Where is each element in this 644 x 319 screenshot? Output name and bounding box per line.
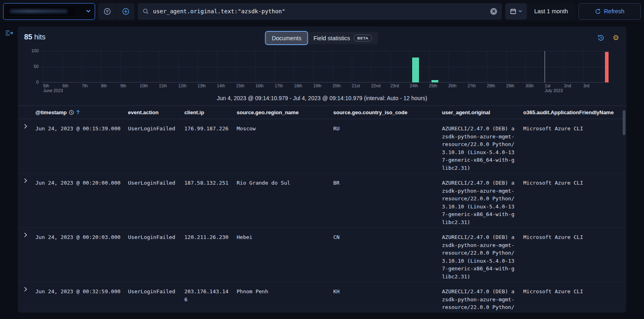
refresh-label: Refresh bbox=[604, 8, 625, 14]
gridline bbox=[371, 51, 372, 82]
x-axis-tick-label: 8th bbox=[101, 83, 107, 88]
cell-client-ip: 203.176.143.146 bbox=[184, 282, 237, 303]
column-header-client-ip[interactable]: client.ip bbox=[184, 109, 237, 115]
expand-cell bbox=[18, 282, 35, 294]
time-range-label[interactable]: Last 1 month bbox=[527, 8, 575, 14]
x-axis-month-label: July 2023 bbox=[545, 88, 563, 93]
hits-count: 85hits bbox=[24, 33, 45, 41]
histogram-bar[interactable] bbox=[431, 80, 438, 82]
x-axis-line bbox=[41, 82, 609, 82]
expand-cell bbox=[18, 119, 35, 131]
gridline bbox=[82, 51, 82, 82]
x-axis-tick-label: 23rd bbox=[390, 83, 399, 88]
hits-value: 85 bbox=[24, 33, 32, 41]
gridline bbox=[294, 51, 294, 82]
query-input[interactable]: user_agent.original.text:"azsdk-python" … bbox=[138, 3, 502, 20]
table-row: Jun 24, 2023 @ 00:32:59.000 UserLoginFai… bbox=[18, 282, 626, 313]
cell-application: Microsoft Azure CLI bbox=[523, 173, 626, 187]
x-axis-tick-label: 19th bbox=[313, 83, 321, 88]
expand-row-button[interactable] bbox=[24, 178, 27, 185]
beta-badge: BETA bbox=[354, 35, 372, 41]
x-axis-tick-label: 2nd bbox=[564, 83, 571, 88]
column-header-event-action[interactable]: event.action bbox=[128, 109, 184, 115]
query-text[interactable]: user_agent.original.text:"azsdk-python" bbox=[153, 8, 486, 14]
table-row: Jun 24, 2023 @ 00:20:03.000 UserLoginFai… bbox=[18, 228, 626, 282]
data-view-name-redacted bbox=[8, 7, 75, 16]
gridline bbox=[62, 51, 63, 82]
column-header-country[interactable]: source.geo.country_iso_code bbox=[333, 109, 442, 115]
gear-icon: ⚙ bbox=[613, 34, 619, 41]
cell-client-ip: 176.99.187.226 bbox=[184, 119, 237, 133]
gridline bbox=[255, 51, 256, 82]
tab-documents[interactable]: Documents bbox=[266, 32, 307, 44]
tab-field-statistics-label: Field statistics bbox=[314, 35, 350, 41]
gridline bbox=[198, 51, 198, 82]
gridline bbox=[120, 51, 121, 82]
cell-country: CN bbox=[333, 228, 442, 241]
cell-timestamp: Jun 24, 2023 @ 00:20:00.000 bbox=[35, 173, 128, 187]
histogram-bar[interactable] bbox=[412, 58, 419, 82]
histogram-bar[interactable] bbox=[605, 52, 609, 82]
add-filter-button[interactable] bbox=[116, 3, 134, 20]
data-view-selector[interactable] bbox=[3, 3, 95, 20]
column-header-user-agent[interactable]: user_agent.original bbox=[442, 109, 523, 115]
query-buttons-group bbox=[98, 3, 134, 20]
x-axis-tick-label: 26th bbox=[448, 83, 456, 88]
histogram-plot[interactable] bbox=[41, 51, 609, 82]
y-axis-tick-label: 50 bbox=[18, 64, 39, 69]
column-label: client.ip bbox=[184, 109, 204, 115]
column-header-application[interactable]: o365.audit.ApplicationFriendlyName bbox=[523, 109, 626, 115]
gridline bbox=[525, 51, 526, 82]
filter-menu-icon bbox=[104, 8, 111, 15]
gridline bbox=[236, 51, 237, 82]
saved-query-menu-button[interactable] bbox=[98, 3, 116, 20]
annotation-line bbox=[545, 51, 545, 82]
tab-field-statistics[interactable]: Field statistics BETA bbox=[308, 32, 378, 44]
cell-client-ip: 187.58.132.251 bbox=[184, 173, 237, 187]
expand-cell bbox=[18, 228, 35, 239]
refresh-button[interactable]: Refresh bbox=[578, 3, 641, 20]
gridline bbox=[159, 51, 159, 82]
gear-button[interactable]: ⚙ bbox=[611, 33, 621, 43]
gridline bbox=[101, 51, 101, 82]
cell-user-agent: AZURECLI/2.47.0 (DEB) azsdk-python-azure… bbox=[442, 119, 523, 172]
column-label: source.geo.region_name bbox=[237, 109, 299, 115]
gridline bbox=[390, 51, 391, 82]
x-axis-tick-label: 24th bbox=[410, 83, 418, 88]
clear-query-button[interactable]: ✕ bbox=[490, 8, 497, 15]
date-picker-button[interactable] bbox=[505, 3, 527, 20]
x-axis-tick-label: 11th bbox=[159, 83, 167, 88]
expand-cell bbox=[18, 173, 35, 185]
cell-event-action: UserLoginFailed bbox=[128, 119, 184, 133]
column-header-region[interactable]: source.geo.region_name bbox=[237, 109, 333, 115]
clock-icon bbox=[69, 110, 74, 115]
gridline bbox=[140, 51, 140, 82]
gridline bbox=[352, 51, 352, 82]
calendar-icon bbox=[510, 8, 516, 14]
x-axis-tick-label: 28th bbox=[487, 83, 495, 88]
x-axis-tick-label: 10th bbox=[140, 83, 148, 88]
gridline bbox=[275, 51, 275, 82]
x-axis-tick-label: 30th bbox=[525, 83, 533, 88]
expand-row-button[interactable] bbox=[24, 123, 27, 130]
history-button[interactable] bbox=[596, 33, 606, 43]
x-axis-tick-label: 16th bbox=[255, 83, 263, 88]
discover-results-panel: 85hits Documents Field statistics BETA ⚙… bbox=[18, 27, 626, 313]
scrollbar[interactable] bbox=[623, 110, 625, 135]
toggle-fields-sidebar-button[interactable] bbox=[4, 29, 14, 38]
x-axis-tick-label: 29th bbox=[506, 83, 514, 88]
gridline bbox=[487, 51, 487, 82]
gridline bbox=[313, 51, 314, 82]
x-axis-tick-label: 25th bbox=[429, 83, 437, 88]
expand-row-button[interactable] bbox=[24, 232, 27, 239]
cell-timestamp: Jun 24, 2023 @ 00:15:39.000 bbox=[35, 119, 128, 133]
gridline bbox=[332, 51, 333, 82]
expand-row-button[interactable] bbox=[24, 286, 27, 293]
table-row: Jun 24, 2023 @ 00:15:39.000 UserLoginFai… bbox=[18, 119, 626, 173]
cell-client-ip: 120.211.26.230 bbox=[184, 228, 237, 241]
column-header-timestamp[interactable]: @timestamp bbox=[35, 109, 128, 115]
y-axis-tick-label: 100 bbox=[18, 48, 39, 53]
cell-country: RU bbox=[333, 119, 442, 133]
sort-ascending-icon[interactable] bbox=[76, 110, 80, 115]
gridline bbox=[41, 51, 609, 51]
